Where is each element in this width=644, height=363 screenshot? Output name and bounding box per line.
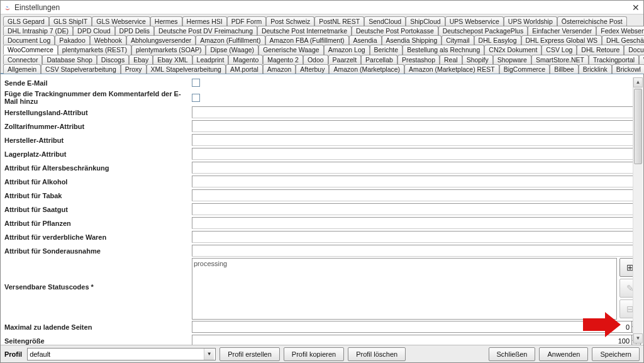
input-herstellungsland[interactable] bbox=[192, 106, 641, 118]
tab-gls-webservice[interactable]: GLS Webservice bbox=[92, 16, 150, 26]
tab-postnl-rest[interactable]: PostNL REST bbox=[314, 16, 364, 26]
profile-combobox[interactable]: default ▼ bbox=[27, 348, 216, 360]
copy-profile-button[interactable]: Profil kopieren bbox=[284, 347, 344, 361]
tab-dhl-express-global-ws[interactable]: DHL Express Global WS bbox=[521, 35, 602, 45]
tab-amazon[interactable]: Amazon bbox=[263, 64, 296, 74]
checkbox-tracking-comment[interactable] bbox=[192, 94, 200, 102]
tab-gls-gepard[interactable]: GLS Gepard bbox=[3, 16, 49, 26]
tab-pakadoo[interactable]: Pakadoo bbox=[55, 35, 89, 45]
scroll-thumb[interactable] bbox=[634, 89, 642, 164]
scroll-up-button[interactable]: ▲ bbox=[633, 77, 643, 87]
tab-paarzelt[interactable]: Paarzelt bbox=[328, 55, 362, 64]
tab-dhl-intraship-7-de-[interactable]: DHL Intraship 7 (DE) bbox=[3, 26, 73, 35]
tab-hermes-hsi[interactable]: Hermes HSI bbox=[182, 16, 227, 26]
tab-allgemein[interactable]: Allgemein bbox=[3, 64, 41, 74]
tab-dhl-gesch-ftskundenversand[interactable]: DHL Geschäftskundenversand bbox=[602, 35, 644, 45]
close-icon[interactable]: ✕ bbox=[631, 3, 641, 13]
list-item[interactable]: processing bbox=[194, 260, 615, 267]
input-alter[interactable] bbox=[192, 162, 641, 174]
tab-prestashop[interactable]: Prestashop bbox=[397, 55, 440, 64]
tab-citymail[interactable]: Citymail bbox=[441, 35, 474, 45]
tab-smartstore-net[interactable]: SmartStore.NET bbox=[531, 55, 589, 64]
tab-bestellung-als-rechnung[interactable]: Bestellung als Rechnung bbox=[402, 45, 484, 55]
tab-weclapp[interactable]: Weclapp bbox=[639, 55, 644, 64]
tab-gls-shipit[interactable]: GLS ShipIT bbox=[49, 16, 92, 26]
listbox-statuscodes[interactable]: processing bbox=[192, 258, 617, 320]
apply-button[interactable]: Anwenden bbox=[539, 347, 588, 361]
tab-database-shop[interactable]: Database Shop bbox=[42, 55, 96, 64]
tab-magento-2[interactable]: Magento 2 bbox=[263, 55, 303, 64]
close-button[interactable]: Schließen bbox=[489, 347, 536, 361]
tab-shopware[interactable]: Shopware bbox=[493, 55, 531, 64]
tab-webhook[interactable]: Webhook bbox=[90, 35, 126, 45]
input-tabak[interactable] bbox=[192, 189, 641, 201]
tab-dhl-retoure[interactable]: DHL Retoure bbox=[577, 45, 624, 55]
tab-shipcloud[interactable]: ShipCloud bbox=[406, 16, 445, 26]
tab-csv-stapelverarbeitung[interactable]: CSV Stapelverarbeitung bbox=[41, 64, 121, 74]
tab-einfacher-versender[interactable]: Einfacher Versender bbox=[528, 26, 596, 35]
tab-berichte[interactable]: Berichte bbox=[370, 45, 403, 55]
tab-dpd-delis[interactable]: DPD Delis bbox=[115, 26, 154, 35]
tab-plentymarkets-soap-[interactable]: plentymarkets (SOAP) bbox=[131, 45, 206, 55]
tab-xml-stapelverarbeitung[interactable]: XML Stapelverarbeitung bbox=[147, 64, 226, 74]
tab-real[interactable]: Real bbox=[440, 55, 462, 64]
tab-deutsche-post-internetmarke[interactable]: Deutsche Post Internetmarke bbox=[257, 26, 352, 35]
tab-csv-log[interactable]: CSV Log bbox=[541, 45, 577, 55]
tab-amazon-log[interactable]: Amazon Log bbox=[324, 45, 370, 55]
tab-fedex-webservice[interactable]: Fedex Webservice bbox=[596, 26, 644, 35]
tab-bricklink[interactable]: Bricklink bbox=[579, 64, 612, 74]
tab-parcellab[interactable]: Parcellab bbox=[361, 55, 397, 64]
tab-dpd-cloud[interactable]: DPD Cloud bbox=[73, 26, 115, 35]
tab-shopify[interactable]: Shopify bbox=[462, 55, 493, 64]
tab-proxy[interactable]: Proxy bbox=[121, 64, 147, 74]
tab-brickowl[interactable]: Brickowl bbox=[612, 64, 644, 74]
tab-bigcommerce[interactable]: BigCommerce bbox=[499, 64, 550, 74]
create-profile-button[interactable]: Profil erstellen bbox=[219, 347, 280, 361]
tab-amazon-fba-fulfillment-[interactable]: Amazon FBA (Fulfillment) bbox=[265, 35, 349, 45]
tab-abholungsversender[interactable]: Abholungsversender bbox=[126, 35, 196, 45]
tab-post-schweiz[interactable]: Post Schweiz bbox=[266, 16, 314, 26]
tab-deutsche-post-portokasse[interactable]: Deutsche Post Portokasse bbox=[352, 26, 438, 35]
tab-ebay-xml[interactable]: Ebay XML bbox=[153, 55, 192, 64]
tab-dipse-waage-[interactable]: Dipse (Waage) bbox=[206, 45, 258, 55]
tab-hermes[interactable]: Hermes bbox=[150, 16, 182, 26]
input-verderblich[interactable] bbox=[192, 231, 641, 243]
tab-document-downloader[interactable]: Document Downloader bbox=[624, 45, 644, 55]
tab-asendia[interactable]: Asendia bbox=[349, 35, 382, 45]
tab-cn2x-dokument[interactable]: CN2x Dokument bbox=[484, 45, 541, 55]
checkbox-send-email[interactable] bbox=[192, 79, 200, 87]
scrollbar[interactable]: ▲ ▼ bbox=[633, 77, 643, 343]
tab-plentymarkets-rest-[interactable]: plentymarkets (REST) bbox=[58, 45, 131, 55]
input-lagerplatz[interactable] bbox=[192, 148, 641, 160]
tab-amazon-marketplace-[interactable]: Amazon (Marketplace) bbox=[329, 64, 404, 74]
tab-asendia-shipping[interactable]: Asendia Shipping bbox=[382, 35, 442, 45]
tab-ups-worldship[interactable]: UPS Worldship bbox=[504, 16, 557, 26]
scroll-down-button[interactable]: ▼ bbox=[633, 333, 643, 343]
tab-deutsche-post-dv-freimachung[interactable]: Deutsche Post DV Freimachung bbox=[154, 26, 257, 35]
chevron-down-icon[interactable]: ▼ bbox=[204, 349, 214, 360]
tab-ups-webservice[interactable]: UPS Webservice bbox=[445, 16, 504, 26]
tab-am-portal[interactable]: AM.portal bbox=[226, 64, 263, 74]
input-max-seiten[interactable] bbox=[192, 321, 631, 333]
tab-ebay[interactable]: Ebay bbox=[129, 55, 153, 64]
tab-odoo[interactable]: Odoo bbox=[303, 55, 328, 64]
tab-deutschepost-packageplus[interactable]: Deutschepost PackagePlus bbox=[438, 26, 528, 35]
tab--sterreichische-post[interactable]: Österreichische Post bbox=[557, 16, 627, 26]
tab-connector[interactable]: Connector bbox=[3, 55, 42, 64]
input-sonderausnahme[interactable] bbox=[192, 245, 641, 257]
input-saatgut[interactable] bbox=[192, 203, 641, 215]
tab-pdf-form[interactable]: PDF Form bbox=[227, 16, 266, 26]
input-alkohol[interactable] bbox=[192, 176, 641, 187]
tab-trackingportal[interactable]: Trackingportal bbox=[589, 55, 639, 64]
tab-discogs[interactable]: Discogs bbox=[97, 55, 129, 64]
tab-leadprint[interactable]: Leadprint bbox=[192, 55, 229, 64]
delete-profile-button[interactable]: Profil löschen bbox=[348, 347, 406, 361]
input-zolltarif[interactable] bbox=[192, 120, 641, 132]
save-button[interactable]: Speichern bbox=[592, 347, 640, 361]
tab-afterbuy[interactable]: Afterbuy bbox=[296, 64, 329, 74]
tab-amazon-marketplace-rest[interactable]: Amazon (Marketplace) REST bbox=[404, 64, 499, 74]
tab-sendcloud[interactable]: SendCloud bbox=[364, 16, 406, 26]
tab-billbee[interactable]: Billbee bbox=[550, 64, 579, 74]
tab-document-log[interactable]: Document Log bbox=[3, 35, 55, 45]
tab-generische-waage[interactable]: Generische Waage bbox=[258, 45, 324, 55]
